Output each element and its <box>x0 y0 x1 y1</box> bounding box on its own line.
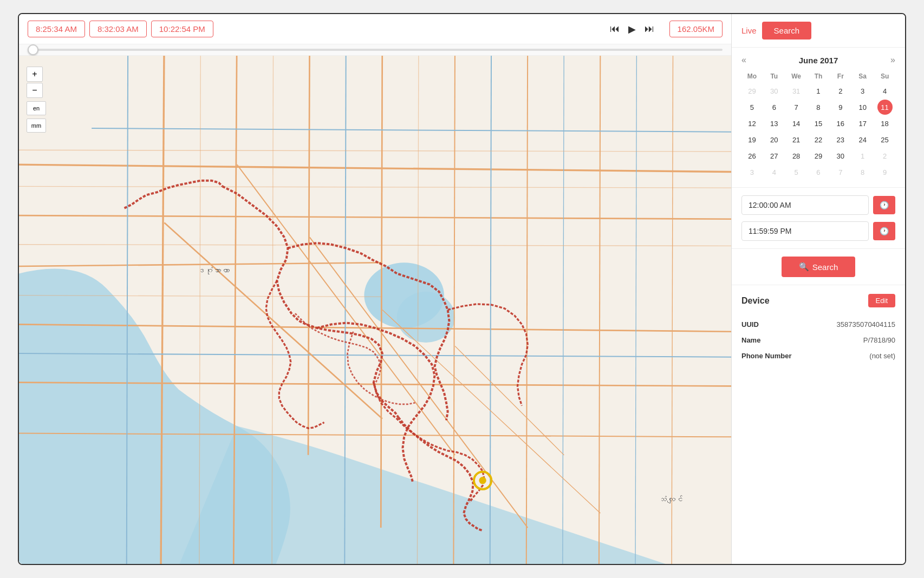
cal-prev-button[interactable]: « <box>741 55 746 65</box>
search-action-section: 🔍 Search <box>732 249 905 285</box>
top-bar: 8:25:34 AM 8:32:03 AM 10:22:54 PM ⏮ ▶ ⏭ … <box>19 14 731 44</box>
cal-day[interactable]: 10 <box>855 100 870 115</box>
search-tab-button[interactable]: Search <box>762 22 812 40</box>
cal-day[interactable]: 29 <box>811 148 826 163</box>
header-tabs: Live Search <box>732 14 905 48</box>
cal-header-tu: Tu <box>764 70 785 82</box>
phone-row: Phone Number (not set) <box>741 352 895 360</box>
cal-day[interactable]: 27 <box>766 148 782 163</box>
cal-header-fr: Fr <box>830 70 851 82</box>
cal-day[interactable]: 20 <box>766 132 782 147</box>
cal-day[interactable]: 29 <box>744 83 759 98</box>
calendar-header: « June 2017 » <box>741 55 895 65</box>
name-label: Name <box>741 336 760 344</box>
cal-day[interactable]: 30 <box>766 83 782 98</box>
cal-header-we: We <box>786 70 807 82</box>
svg-text:သံလျင်: သံလျင် <box>659 495 683 504</box>
start-time-input[interactable] <box>741 195 869 215</box>
cal-day[interactable]: 19 <box>744 132 759 147</box>
cal-header-su: Su <box>874 70 895 82</box>
time-section: 🕐 🕐 <box>732 188 905 249</box>
cal-day[interactable]: 9 <box>877 165 893 180</box>
cal-day[interactable]: 1 <box>811 83 826 98</box>
playback-controls: ⏮ ▶ ⏭ <box>610 23 654 35</box>
map-area: + − en mm <box>19 56 731 564</box>
distance-badge: 162.05KM <box>669 21 723 37</box>
cal-day[interactable]: 23 <box>833 132 848 147</box>
cal-day[interactable]: 26 <box>744 148 759 163</box>
cal-day[interactable]: 24 <box>855 132 870 147</box>
search-action-button[interactable]: 🔍 Search <box>782 257 856 277</box>
uuid-row: UUID 358735070404115 <box>741 320 895 329</box>
name-row: Name P/7818/90 <box>741 336 895 344</box>
map-zoom-controls: + − en mm <box>27 67 46 133</box>
cal-header-th: Th <box>808 70 829 82</box>
cal-day[interactable]: 2 <box>833 83 848 98</box>
cal-day[interactable]: 4 <box>766 165 782 180</box>
cal-day[interactable]: 17 <box>855 116 870 131</box>
start-time-clock-button[interactable]: 🕐 <box>873 196 895 214</box>
zoom-in-button[interactable]: + <box>27 67 43 82</box>
cal-day[interactable]: 8 <box>855 165 870 180</box>
cal-day[interactable]: 25 <box>877 132 893 147</box>
mm-lang-button[interactable]: mm <box>27 119 46 133</box>
rewind-button[interactable]: ⏮ <box>610 23 620 35</box>
cal-day[interactable]: 2 <box>877 148 893 163</box>
phone-value: (not set) <box>869 352 895 360</box>
cal-day[interactable]: 12 <box>744 116 759 131</box>
right-panel: Live Search « June 2017 » Mo Tu We Th Fr… <box>732 14 905 564</box>
cal-day[interactable]: 15 <box>811 116 826 131</box>
cal-day[interactable]: 18 <box>877 116 893 131</box>
svg-point-2 <box>397 292 455 343</box>
play-button[interactable]: ▶ <box>628 23 636 35</box>
fast-forward-button[interactable]: ⏭ <box>645 23 654 35</box>
device-title: Device <box>741 296 770 306</box>
cal-day[interactable]: 3 <box>744 165 759 180</box>
left-panel: 8:25:34 AM 8:32:03 AM 10:22:54 PM ⏮ ▶ ⏭ … <box>19 14 732 564</box>
cal-day[interactable]: 13 <box>766 116 782 131</box>
cal-day[interactable]: 16 <box>833 116 848 131</box>
end-time-clock-button[interactable]: 🕐 <box>873 222 895 240</box>
cal-day[interactable]: 22 <box>811 132 826 147</box>
cal-day[interactable]: 4 <box>877 83 893 98</box>
cal-day[interactable]: 30 <box>833 148 848 163</box>
cal-day[interactable]: 7 <box>789 100 804 115</box>
name-value: P/7818/90 <box>863 336 895 344</box>
en-lang-button[interactable]: en <box>27 101 46 115</box>
uuid-label: UUID <box>741 320 759 329</box>
cal-day[interactable]: 28 <box>789 148 804 163</box>
cal-day[interactable]: 14 <box>789 116 804 131</box>
cal-day[interactable]: 1 <box>855 148 870 163</box>
cal-day[interactable]: 6 <box>811 165 826 180</box>
cal-day[interactable]: 21 <box>789 132 804 147</box>
cal-day[interactable]: 9 <box>833 100 848 115</box>
slider-track[interactable] <box>28 49 723 51</box>
time-badge-3[interactable]: 10:22:54 PM <box>151 21 213 37</box>
cal-next-button[interactable]: » <box>890 55 895 65</box>
start-time-row: 🕐 <box>741 195 895 215</box>
zoom-out-button[interactable]: − <box>27 83 43 98</box>
uuid-value: 358735070404115 <box>837 320 895 329</box>
app-container: 8:25:34 AM 8:32:03 AM 10:22:54 PM ⏮ ▶ ⏭ … <box>18 13 906 565</box>
cal-day[interactable]: 7 <box>833 165 848 180</box>
cal-day[interactable]: 5 <box>789 165 804 180</box>
cal-day[interactable]: 31 <box>789 83 804 98</box>
live-tab[interactable]: Live <box>741 26 757 35</box>
time-badge-1[interactable]: 8:25:34 AM <box>28 21 85 37</box>
cal-day-today[interactable]: 11 <box>877 100 893 115</box>
time-badge-2[interactable]: 8:32:03 AM <box>89 21 147 37</box>
cal-day[interactable]: 3 <box>855 83 870 98</box>
device-header: Device Edit <box>741 294 895 307</box>
edit-device-button[interactable]: Edit <box>868 294 895 307</box>
svg-text:ဒဂုံသာယာ: ဒဂုံသာယာ <box>197 266 230 275</box>
phone-label: Phone Number <box>741 352 791 360</box>
slider-thumb[interactable] <box>28 44 38 55</box>
cal-day[interactable]: 8 <box>811 100 826 115</box>
end-time-input[interactable] <box>741 221 869 241</box>
cal-day[interactable]: 5 <box>744 100 759 115</box>
cal-day[interactable]: 6 <box>766 100 782 115</box>
svg-point-37 <box>479 477 486 484</box>
search-action-label: Search <box>812 262 838 272</box>
cal-header-mo: Mo <box>741 70 763 82</box>
search-icon: 🔍 <box>799 262 809 272</box>
